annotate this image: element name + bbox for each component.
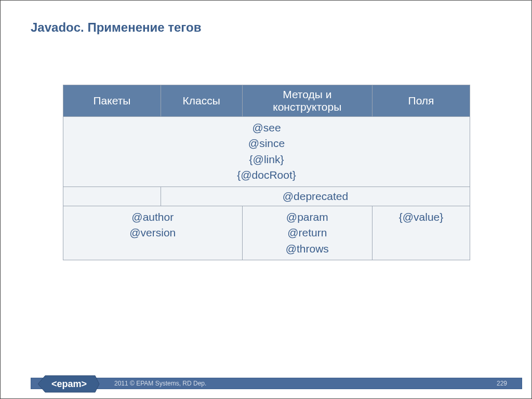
tag-value: {@value} (378, 209, 464, 225)
tag-return: @return (248, 225, 367, 241)
cell-methods: @param @return @throws (242, 206, 373, 260)
tag-param: @param (248, 209, 367, 225)
cell-pkg-cls: @author @version (63, 206, 243, 260)
row-common-all: @see @since {@link} {@docRoot} (63, 117, 470, 187)
javadoc-table: Пакеты Классы Методы и конструкторы Поля… (63, 85, 470, 260)
row-bottom: @author @version @param @return @throws … (63, 206, 470, 260)
tag-docroot: {@docRoot} (69, 167, 464, 183)
tag-link: {@link} (69, 152, 464, 167)
tag-version: @version (69, 225, 237, 241)
footer-copyright: 2011 © EPAM Systems, RD Dep. (114, 380, 206, 387)
footer-bar: 2011 © EPAM Systems, RD Dep. 229 (31, 378, 522, 389)
col-header-packages: Пакеты (63, 85, 161, 117)
cell-fields: {@value} (373, 206, 470, 260)
tag-see: @see (69, 120, 464, 136)
epam-logo: <epam> (38, 375, 100, 393)
javadoc-table-wrap: Пакеты Классы Методы и конструкторы Поля… (63, 85, 470, 260)
cell-deprecated-rest: @deprecated (161, 187, 470, 206)
cell-common-all: @see @since {@link} {@docRoot} (63, 117, 470, 187)
tag-author: @author (69, 209, 237, 225)
table-header-row: Пакеты Классы Методы и конструкторы Поля (63, 85, 470, 117)
epam-logo-icon: <epam> (38, 375, 100, 393)
footer-page-number: 229 (497, 380, 507, 387)
tag-since: @since (69, 136, 464, 151)
col-header-classes: Классы (161, 85, 242, 117)
col-header-methods: Методы и конструкторы (242, 85, 373, 117)
row-deprecated: @deprecated (63, 187, 470, 206)
epam-logo-text: <epam> (51, 379, 87, 389)
footer: 2011 © EPAM Systems, RD Dep. 229 <epam> (1, 379, 531, 398)
slide-title: Javadoc. Применение тегов (31, 20, 201, 35)
tag-throws: @throws (248, 241, 367, 257)
slide: Javadoc. Применение тегов Пакеты Классы … (0, 0, 532, 399)
col-header-fields: Поля (373, 85, 470, 117)
cell-deprecated-packages (63, 187, 161, 206)
